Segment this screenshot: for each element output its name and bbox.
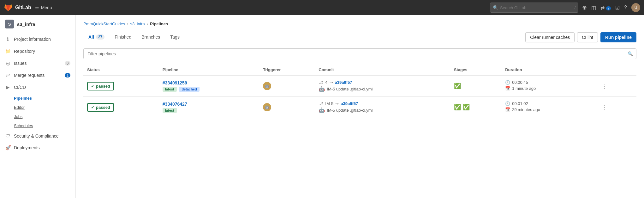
stages: ✅ bbox=[454, 83, 498, 90]
breadcrumb-org[interactable]: PmmQuickStartGuides bbox=[83, 22, 125, 26]
col-stages: Stages bbox=[450, 64, 501, 76]
sidebar-item-cicd[interactable]: ▶ CI/CD bbox=[0, 81, 75, 93]
breadcrumb-current: Pipelines bbox=[150, 22, 168, 26]
pipeline-tabs: All 27 Finished Branches Tags Clear runn… bbox=[83, 31, 636, 43]
time-ago-2: 29 minutes ago bbox=[512, 107, 540, 112]
table-row: ✓ passed #334091259 latest detached 🤖 bbox=[83, 76, 636, 97]
status-text-2: passed bbox=[96, 105, 110, 110]
triggerer-cell-1: 🤖 bbox=[259, 76, 315, 97]
sidebar-item-label: Repository bbox=[14, 49, 35, 54]
tabs-list: All 27 Finished Branches Tags bbox=[83, 31, 525, 43]
gitlab-wordmark: GitLab bbox=[15, 5, 31, 10]
sidebar-item-label: Project information bbox=[14, 37, 51, 42]
issues-icon[interactable]: ◫ bbox=[591, 5, 596, 11]
project-name: s3_infra bbox=[17, 22, 35, 27]
commit-hash-link-2[interactable]: a39a9f57 bbox=[341, 101, 358, 106]
filter-row: 🔍 bbox=[83, 48, 636, 59]
tab-all[interactable]: All 27 bbox=[83, 31, 110, 43]
status-cell-2: ✓ passed bbox=[83, 97, 159, 118]
pipeline-cell-1: #334091259 latest detached bbox=[159, 76, 259, 97]
search-shortcut: / bbox=[575, 6, 575, 9]
duration-info-2: 🕐 00:01:02 📅 29 minutes ago bbox=[505, 101, 591, 112]
issues-badge: 0 bbox=[65, 61, 70, 65]
jobs-label: Jobs bbox=[14, 114, 22, 119]
run-pipeline-button[interactable]: Run pipeline bbox=[600, 32, 636, 42]
pipeline-id-link-2[interactable]: #334076427 bbox=[163, 102, 255, 107]
clear-runner-caches-button[interactable]: Clear runner caches bbox=[525, 32, 575, 42]
repository-icon: 📁 bbox=[5, 48, 11, 54]
top-navigation: GitLab ☰ Menu 🔍 / ⊕ ◫ ⇄ 2 ☑ ? U bbox=[0, 0, 644, 15]
table-header-row: Status Pipeline Triggerer Commit Stages … bbox=[83, 64, 636, 76]
tab-tags-label: Tags bbox=[170, 34, 180, 40]
sidebar-sub-pipelines[interactable]: Pipelines bbox=[0, 93, 75, 102]
status-badge-passed-2: ✓ passed bbox=[87, 103, 114, 112]
commit-hash-link[interactable]: a39a9f57 bbox=[335, 80, 352, 85]
col-actions bbox=[595, 64, 636, 76]
user-avatar[interactable]: U bbox=[631, 3, 640, 12]
tab-tags[interactable]: Tags bbox=[165, 31, 185, 43]
menu-icon: ☰ bbox=[35, 5, 39, 10]
clock-icon: 🕐 bbox=[505, 80, 510, 85]
sidebar-item-deployments[interactable]: 🚀 Deployments bbox=[0, 142, 75, 154]
col-pipeline: Pipeline bbox=[159, 64, 259, 76]
stages-2: ✅ ✅ bbox=[454, 104, 498, 111]
arrow-icon-2: ⇢ bbox=[335, 101, 339, 106]
project-header[interactable]: S s3_infra bbox=[0, 15, 75, 33]
table-row: ✓ passed #334076427 latest 🤖 bbox=[83, 97, 636, 118]
tab-finished[interactable]: Finished bbox=[110, 31, 136, 43]
sidebar-item-security-compliance[interactable]: 🛡 Security & Compliance bbox=[0, 130, 75, 142]
sidebar-nav: ℹ Project information 📁 Repository ◎ Iss… bbox=[0, 33, 75, 198]
help-icon[interactable]: ? bbox=[624, 5, 627, 10]
filter-search-icon: 🔍 bbox=[624, 49, 636, 59]
menu-button[interactable]: ☰ Menu bbox=[35, 5, 52, 10]
duration-cell-1: 🕐 00:00:45 📅 1 minute ago bbox=[501, 76, 595, 97]
sidebar-item-label: Security & Compliance bbox=[14, 133, 59, 139]
stage-passed-icon[interactable]: ✅ bbox=[454, 83, 461, 90]
gitlab-logo[interactable]: GitLab bbox=[4, 3, 31, 12]
merge-requests-nav-icon[interactable]: ⇄ 2 bbox=[600, 5, 611, 11]
stage-passed-icon-2b[interactable]: ✅ bbox=[463, 104, 470, 111]
project-information-icon: ℹ bbox=[5, 36, 11, 42]
breadcrumb-sep1: › bbox=[127, 22, 128, 26]
pipeline-tag-latest-2: latest bbox=[163, 108, 177, 113]
stage-passed-icon-2a[interactable]: ✅ bbox=[454, 104, 461, 111]
sidebar-item-project-information[interactable]: ℹ Project information bbox=[0, 33, 75, 45]
commit-info: ⎇ 4 ⇢ a39a9f57 🤖 IM-5 update .gitlab-ci.… bbox=[319, 80, 446, 92]
sidebar-item-label: CI/CD bbox=[14, 85, 26, 90]
search-icon: 🔍 bbox=[493, 5, 498, 10]
sidebar-sub-schedules[interactable]: Schedules bbox=[0, 121, 75, 130]
sidebar: S s3_infra ℹ Project information 📁 Repos… bbox=[0, 15, 76, 198]
tab-branches[interactable]: Branches bbox=[136, 31, 165, 43]
merge-requests-badge: 1 bbox=[65, 73, 70, 77]
status-cell-1: ✓ passed bbox=[83, 76, 159, 97]
sidebar-sub-editor[interactable]: Editor bbox=[0, 102, 75, 112]
pipeline-cell-2: #334076427 latest bbox=[159, 97, 259, 118]
time-ago: 1 minute ago bbox=[512, 86, 536, 91]
todo-icon[interactable]: ☑ bbox=[615, 5, 620, 11]
ci-lint-button[interactable]: CI lint bbox=[577, 32, 598, 42]
row-actions-menu-2[interactable]: ⋮ bbox=[599, 102, 610, 112]
pipeline-id-link[interactable]: #334091259 bbox=[163, 80, 255, 85]
col-triggerer: Triggerer bbox=[259, 64, 315, 76]
row-actions-menu[interactable]: ⋮ bbox=[599, 81, 610, 91]
actions-cell-1: ⋮ bbox=[595, 76, 636, 97]
tab-branches-label: Branches bbox=[141, 34, 160, 40]
tab-all-label: All bbox=[88, 34, 94, 40]
topnav-icons: ⊕ ◫ ⇄ 2 ☑ ? U bbox=[582, 3, 640, 12]
commit-cell-1: ⎇ 4 ⇢ a39a9f57 🤖 IM-5 update .gitlab-ci.… bbox=[315, 76, 450, 97]
pipeline-tag-detached: detached bbox=[179, 87, 199, 92]
search-input[interactable] bbox=[500, 5, 573, 10]
sidebar-sub-jobs[interactable]: Jobs bbox=[0, 112, 75, 121]
new-item-icon[interactable]: ⊕ bbox=[582, 4, 587, 11]
pipeline-tag-latest: latest bbox=[163, 87, 177, 92]
sidebar-item-repository[interactable]: 📁 Repository bbox=[0, 45, 75, 57]
sidebar-item-issues[interactable]: ◎ Issues 0 bbox=[0, 57, 75, 69]
sidebar-item-merge-requests[interactable]: ⇄ Merge requests 1 bbox=[0, 69, 75, 81]
tab-finished-label: Finished bbox=[115, 34, 131, 40]
branch-icon-2: ⎇ bbox=[319, 101, 323, 106]
breadcrumb-project[interactable]: s3_infra bbox=[130, 22, 145, 26]
global-search[interactable]: 🔍 / bbox=[490, 3, 578, 13]
filter-pipelines-input[interactable] bbox=[84, 49, 624, 59]
commit-message-2: IM-5 update .gitlab-ci.yml bbox=[327, 108, 373, 113]
issues-nav-icon: ◎ bbox=[5, 60, 11, 66]
